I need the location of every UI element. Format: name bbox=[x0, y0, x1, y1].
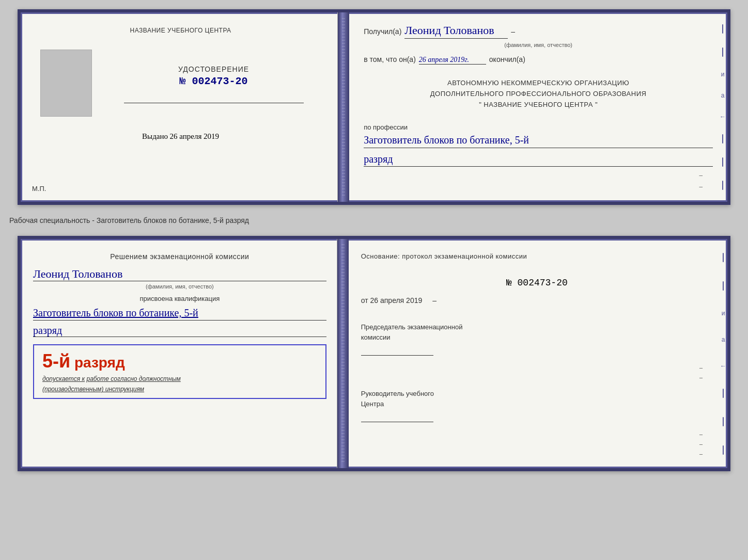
org-line2: ДОПОЛНИТЕЛЬНОГО ПРОФЕССИОНАЛЬНОГО ОБРАЗО… bbox=[364, 89, 713, 100]
recipient-sublabel: (фамилия, имя, отчество) bbox=[364, 42, 713, 48]
edge-icon-and2: и bbox=[722, 310, 725, 317]
document-1: НАЗВАНИЕ УЧЕБНОГО ЦЕНТРА УДОСТОВЕРЕНИЕ №… bbox=[18, 9, 730, 205]
rank-badge-text: разряд bbox=[70, 355, 125, 371]
issued-date: 26 апреля 2019 bbox=[170, 132, 220, 140]
director-sig-line bbox=[361, 413, 433, 422]
photo-placeholder bbox=[40, 50, 92, 117]
trailing-dash5: – bbox=[361, 440, 713, 448]
issued-line: Выдано 26 апреля 2019 bbox=[142, 132, 219, 141]
basis-text: Основание: протокол экзаменационной коми… bbox=[361, 251, 713, 262]
chairman-label: Председатель экзаменационной комиссии bbox=[361, 322, 713, 342]
org-line1: АВТОНОМНУЮ НЕКОММЕРЧЕСКУЮ ОРГАНИЗАЦИЮ bbox=[364, 78, 713, 89]
recipient-name: Леонид Толованов bbox=[404, 24, 508, 39]
org-block: АВТОНОМНУЮ НЕКОММЕРЧЕСКУЮ ОРГАНИЗАЦИЮ ДО… bbox=[364, 78, 713, 110]
allowed-prefix: допускается к bbox=[42, 375, 85, 382]
allowed-underline: работе согласно должностным bbox=[86, 375, 180, 382]
qualification-text: Заготовитель блоков по ботанике, 5-й bbox=[33, 306, 326, 321]
allowed-italic-text: (производственным) инструкциям bbox=[42, 386, 144, 393]
spine-2 bbox=[337, 239, 349, 468]
trailing-dash3: – bbox=[361, 374, 713, 381]
person-sublabel: (фамилия, имя, отчество) bbox=[33, 283, 326, 290]
cert-title: УДОСТОВЕРЕНИЕ bbox=[178, 65, 249, 73]
assigned-text: присвоена квалификация bbox=[33, 295, 326, 302]
edge-icon-and: и bbox=[721, 71, 725, 78]
decision-text: Решением экзаменационной комиссии bbox=[33, 251, 326, 262]
director-label: Руководитель учебного Центра bbox=[361, 389, 713, 409]
profession-value: Заготовитель блоков по ботанике, 5-й bbox=[364, 133, 713, 148]
edge-dash bbox=[722, 134, 723, 143]
trailing-dash4: – bbox=[361, 430, 713, 438]
chairman-block: Председатель экзаменационной комиссии – … bbox=[361, 322, 713, 383]
edge-dash bbox=[722, 47, 723, 57]
cert-num-large: № 002473-20 bbox=[361, 278, 713, 288]
document-2: Решением экзаменационной комиссии Леонид… bbox=[18, 236, 730, 471]
spine-1 bbox=[338, 12, 349, 202]
rank-badge-box: 5-й разряд допускается к работе согласно… bbox=[33, 344, 326, 399]
edge-dash bbox=[722, 157, 723, 167]
date-suffix: окончил(а) bbox=[489, 55, 525, 63]
edge-icon-arrow2: ← bbox=[720, 362, 726, 370]
right-edge-1: и а ← bbox=[718, 12, 727, 202]
edge-icon-arrow: ← bbox=[720, 113, 726, 120]
profession-label: по профессии bbox=[364, 123, 713, 131]
edge-dash bbox=[723, 445, 724, 455]
allowed-italic: (производственным) инструкциям bbox=[42, 386, 317, 393]
from-date-line: от 26 апреля 2019 – bbox=[361, 296, 713, 305]
date-prefix: в том, что он(а) bbox=[364, 55, 416, 63]
right-edge-2: и а ← bbox=[719, 239, 727, 468]
trailing-dash2: – bbox=[361, 364, 713, 372]
rank-badge-number: 5-й bbox=[42, 350, 70, 372]
separator-text: Рабочая специальность - Заготовитель бло… bbox=[9, 212, 249, 229]
director-label1: Руководитель учебного bbox=[361, 390, 434, 397]
chairman-sig-line bbox=[361, 346, 433, 356]
chairman-label1: Председатель экзаменационной bbox=[361, 323, 463, 331]
edge-dash bbox=[722, 181, 723, 190]
recipient-prefix: Получил(а) bbox=[364, 27, 401, 36]
from-date: 26 апреля 2019 bbox=[370, 296, 423, 305]
school-name-top: НАЗВАНИЕ УЧЕБНОГО ЦЕНТРА bbox=[130, 27, 231, 34]
from-prefix: от bbox=[361, 296, 368, 305]
mp-label: М.П. bbox=[32, 185, 46, 193]
doc1-left-page: НАЗВАНИЕ УЧЕБНОГО ЦЕНТРА УДОСТОВЕРЕНИЕ №… bbox=[21, 12, 338, 202]
date-value: 26 апреля 2019г. bbox=[419, 56, 486, 65]
doc1-right-page: и а ← Получил(а) Леонид Толованов – (фам… bbox=[349, 12, 727, 202]
issued-label: Выдано bbox=[142, 132, 168, 140]
org-line3: " НАЗВАНИЕ УЧЕБНОГО ЦЕНТРА " bbox=[364, 100, 713, 110]
doc2-left-page: Решением экзаменационной комиссии Леонид… bbox=[21, 239, 337, 468]
trailing-dash6: – bbox=[361, 450, 713, 458]
date-line: в том, что он(а) 26 апреля 2019г. окончи… bbox=[364, 55, 713, 65]
edge-dash bbox=[722, 24, 723, 34]
rank-value: разряд bbox=[364, 153, 713, 167]
edge-icon-a2: а bbox=[722, 336, 725, 343]
director-label2: Центра bbox=[361, 400, 384, 408]
edge-dash bbox=[723, 253, 724, 262]
rank-text: разряд bbox=[33, 325, 326, 337]
edge-dash bbox=[723, 281, 724, 291]
trailing-dash: – bbox=[364, 171, 713, 179]
edge-icon-a: а bbox=[721, 92, 725, 99]
edge-dash bbox=[723, 417, 724, 426]
decision-name: Леонид Толованов bbox=[33, 267, 326, 281]
allowed-text: допускается к работе согласно должностны… bbox=[42, 375, 317, 382]
cert-number: № 002473-20 bbox=[180, 75, 248, 87]
doc2-right-page: и а ← Основание: протокол экзаменационно… bbox=[349, 239, 727, 468]
director-block: Руководитель учебного Центра – – – bbox=[361, 389, 713, 458]
dash-after-name: – bbox=[511, 27, 515, 36]
trailing-dash: – bbox=[364, 182, 713, 190]
edge-dash bbox=[723, 389, 724, 398]
recipient-line: Получил(а) Леонид Толованов – bbox=[364, 24, 713, 39]
dash-from: – bbox=[432, 296, 437, 305]
chairman-label2: комиссии bbox=[361, 333, 391, 341]
